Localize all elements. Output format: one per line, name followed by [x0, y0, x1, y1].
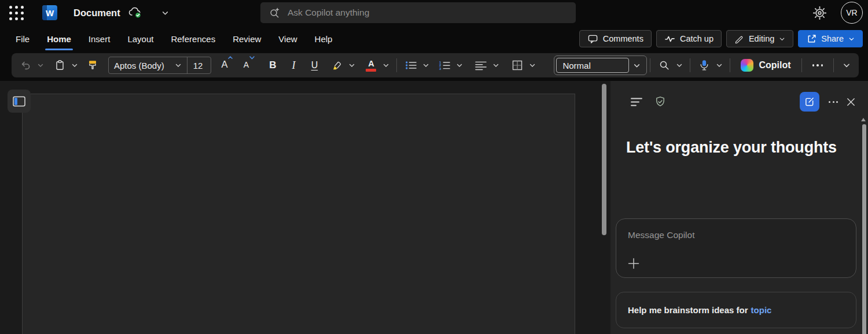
- ribbon-divider: [690, 58, 690, 72]
- ribbon-tabs: File Home Insert Layout References Revie…: [0, 32, 333, 46]
- undo-button[interactable]: [19, 56, 32, 75]
- share-icon: [806, 34, 816, 44]
- grow-font-button[interactable]: A: [220, 56, 234, 75]
- document-page[interactable]: [22, 94, 575, 334]
- alignment-button[interactable]: [474, 56, 488, 75]
- font-size-select[interactable]: 12: [187, 57, 211, 73]
- copilot-pane-header: [631, 91, 856, 112]
- search-sparkle-icon: [269, 7, 281, 19]
- tab-file[interactable]: File: [14, 32, 31, 46]
- tab-insert[interactable]: Insert: [87, 32, 112, 46]
- font-name-select[interactable]: Aptos (Body): [109, 57, 187, 73]
- content-area: Let's organize your thoughts Message Cop…: [0, 81, 868, 334]
- font-controls: Aptos (Body) 12: [108, 57, 211, 74]
- copilot-pane: Let's organize your thoughts Message Cop…: [610, 81, 868, 334]
- ribbon-divider: [801, 58, 802, 72]
- account-avatar[interactable]: VR: [841, 2, 863, 24]
- shield-check-icon[interactable]: [654, 96, 666, 107]
- style-normal[interactable]: Normal: [556, 58, 629, 73]
- pane-more-options-button[interactable]: [829, 101, 838, 103]
- ribbon-divider: [396, 58, 397, 72]
- pulse-icon: [664, 34, 675, 44]
- copilot-heading: Let's organize your thoughts: [626, 139, 837, 157]
- editing-mode-button[interactable]: Editing: [726, 30, 793, 47]
- scrollbar-up-arrow-icon[interactable]: [861, 118, 866, 121]
- bullet-list-button[interactable]: [404, 56, 418, 75]
- comments-button[interactable]: Comments: [579, 30, 652, 47]
- message-placeholder: Message Copilot: [628, 230, 694, 240]
- paste-chevron-icon[interactable]: [71, 62, 78, 69]
- styles-chevron-icon: [633, 62, 641, 69]
- tab-review[interactable]: Review: [231, 32, 262, 46]
- find-button[interactable]: [657, 56, 671, 75]
- font-color-swatch: [366, 69, 376, 72]
- tab-home[interactable]: Home: [46, 32, 72, 46]
- ribbon-divider: [650, 58, 650, 72]
- compose-icon: [804, 97, 815, 107]
- app-launcher-icon[interactable]: [8, 5, 24, 21]
- styles-gallery[interactable]: Normal: [554, 55, 647, 75]
- numbered-list-button[interactable]: 1 2 3: [437, 56, 451, 75]
- italic-button[interactable]: I: [286, 56, 300, 75]
- word-logo-icon[interactable]: W: [42, 5, 57, 20]
- tab-references[interactable]: References: [170, 32, 216, 46]
- tab-help[interactable]: Help: [314, 32, 334, 46]
- bullet-list-chevron-icon[interactable]: [422, 62, 429, 69]
- copilot-message-input[interactable]: Message Copilot: [616, 218, 856, 278]
- font-color-chevron-icon[interactable]: [382, 62, 389, 69]
- tab-layout[interactable]: Layout: [126, 32, 155, 46]
- paste-button[interactable]: [53, 56, 67, 75]
- dictate-button[interactable]: [697, 56, 711, 75]
- chevron-down-icon: [211, 62, 211, 69]
- bold-button[interactable]: B: [266, 56, 279, 75]
- numbered-list-chevron-icon[interactable]: [456, 62, 463, 69]
- ribbon-divider: [833, 58, 834, 72]
- share-button[interactable]: Share: [798, 30, 863, 47]
- chevron-down-icon: [779, 36, 785, 42]
- highlight-chevron-icon[interactable]: [348, 62, 355, 69]
- new-chat-button[interactable]: [800, 92, 819, 112]
- chevron-down-icon: [175, 62, 182, 69]
- document-scrollbar[interactable]: [602, 84, 606, 235]
- cloud-saved-icon: [127, 6, 143, 19]
- copilot-pane-scrollbar[interactable]: [862, 124, 866, 334]
- borders-chevron-icon[interactable]: [529, 62, 536, 69]
- comment-bubble-icon: [587, 34, 598, 44]
- tab-view[interactable]: View: [277, 32, 298, 46]
- find-chevron-icon[interactable]: [676, 62, 683, 69]
- ribbon-divider: [730, 58, 730, 72]
- highlight-button[interactable]: [330, 56, 344, 75]
- ribbon-row: Aptos (Body) 12 A A B I: [0, 52, 868, 81]
- search-input[interactable]: [288, 8, 568, 18]
- pane-toggle-button[interactable]: [8, 90, 31, 113]
- pencil-icon: [734, 34, 744, 44]
- catch-up-button[interactable]: Catch up: [656, 30, 722, 47]
- dictate-chevron-icon[interactable]: [716, 62, 723, 69]
- shrink-font-button[interactable]: A: [242, 56, 256, 75]
- document-area: [0, 81, 610, 334]
- add-attachment-button[interactable]: [627, 257, 640, 270]
- collapse-ribbon-chevron-icon[interactable]: [843, 61, 851, 69]
- copilot-logo-icon: [741, 59, 753, 72]
- menu-bar: File Home Insert Layout References Revie…: [0, 25, 868, 52]
- borders-button[interactable]: [510, 56, 524, 75]
- document-title[interactable]: Document: [73, 8, 120, 18]
- chevron-down-icon: [848, 36, 855, 42]
- close-pane-icon[interactable]: [846, 97, 856, 107]
- suggestion-chip-brainstorm[interactable]: Help me brainstorm ideas for topic: [616, 292, 856, 328]
- document-title-chevron-icon[interactable]: [161, 9, 169, 17]
- alignment-chevron-icon[interactable]: [492, 62, 499, 69]
- chat-history-icon[interactable]: [631, 97, 642, 107]
- top-bar: W Document VR: [0, 0, 868, 25]
- sidebar-panel-icon: [13, 96, 25, 107]
- suggestion-topic-link[interactable]: topic: [751, 305, 772, 315]
- undo-chevron-icon[interactable]: [37, 62, 44, 69]
- settings-gear-icon[interactable]: [813, 6, 826, 20]
- ribbon-overflow-button[interactable]: [809, 64, 827, 66]
- font-color-button[interactable]: A: [364, 56, 378, 75]
- home-ribbon: Aptos (Body) 12 A A B I: [12, 53, 859, 77]
- copilot-ribbon-button[interactable]: Copilot: [737, 59, 794, 72]
- copilot-search-bar[interactable]: [260, 2, 576, 23]
- underline-button[interactable]: U: [307, 56, 321, 75]
- format-painter-button[interactable]: [86, 56, 100, 75]
